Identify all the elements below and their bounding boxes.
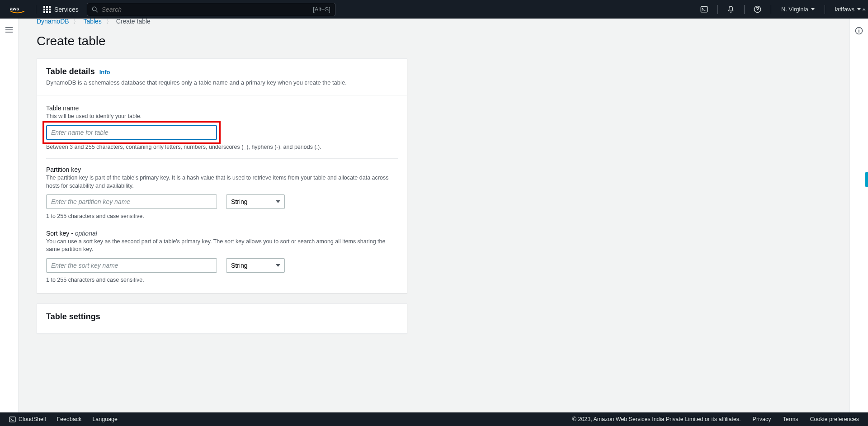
region-selector[interactable]: N. Virginia <box>774 0 822 19</box>
partition-key-constraint: 1 to 255 characters and case sensitive. <box>46 213 398 221</box>
svg-rect-11 <box>9 417 15 421</box>
breadcrumb-current: Create table <box>116 19 151 25</box>
services-menu-button[interactable]: Services <box>39 0 83 19</box>
app-body: DynamoDB 〉 Tables 〉 Create table Create … <box>0 19 868 412</box>
nav-right: N. Virginia latifaws <box>694 0 868 19</box>
scroll-up-indicator <box>861 0 867 19</box>
sort-key-constraint: 1 to 255 characters and case sensitive. <box>46 276 398 284</box>
nav-separator <box>744 5 745 14</box>
terms-link[interactable]: Terms <box>783 416 798 422</box>
partition-key-input[interactable] <box>46 194 217 209</box>
language-selector[interactable]: Language <box>92 416 118 422</box>
breadcrumb: DynamoDB 〉 Tables 〉 Create table <box>37 19 831 34</box>
content-column: Table details Info DynamoDB is a schemal… <box>37 58 407 334</box>
chevron-down-icon <box>857 8 861 10</box>
services-label: Services <box>54 6 79 13</box>
panel-body: Table name This will be used to identify… <box>37 95 407 293</box>
page-title: Create table <box>37 34 831 48</box>
table-name-constraint: Between 3 and 255 characters, containing… <box>46 143 398 151</box>
footer: CloudShell Feedback Language © 2023, Ama… <box>0 412 868 426</box>
tools-panel-toggle[interactable] <box>849 19 868 412</box>
top-nav: aws Services [Alt+S] N. Virginia latifaw… <box>0 0 868 19</box>
aws-logo[interactable]: aws <box>10 5 25 14</box>
svg-point-10 <box>859 28 859 29</box>
info-circle-icon <box>855 27 863 35</box>
sort-key-hint: You can use a sort key as the second par… <box>46 238 398 254</box>
table-details-panel: Table details Info DynamoDB is a schemal… <box>37 58 407 293</box>
svg-rect-3 <box>701 6 708 12</box>
sort-key-type[interactable]: String <box>226 258 285 273</box>
cookie-prefs-link[interactable]: Cookie preferences <box>810 416 859 422</box>
chevron-right-icon: 〉 <box>106 19 112 25</box>
panel-description: DynamoDB is a schemaless database that r… <box>46 79 398 86</box>
divider <box>46 158 398 159</box>
copyright: © 2023, Amazon Web Services India Privat… <box>572 416 741 422</box>
chevron-right-icon: 〉 <box>73 19 79 25</box>
help-button[interactable] <box>747 0 768 19</box>
table-settings-panel: Table settings <box>37 303 407 334</box>
cloudshell-icon-button[interactable] <box>694 0 715 19</box>
panel-title: Table details <box>46 67 95 76</box>
side-nav-toggle[interactable] <box>0 19 19 412</box>
notifications-button[interactable] <box>721 0 741 19</box>
sort-key-label: Sort key - <box>46 230 75 237</box>
sort-key-label-row: Sort key - optional <box>46 230 398 237</box>
partition-key-type[interactable]: String <box>226 194 285 209</box>
breadcrumb-tables[interactable]: Tables <box>83 19 101 25</box>
sort-key-optional: optional <box>75 230 97 237</box>
main-content: DynamoDB 〉 Tables 〉 Create table Create … <box>19 19 849 412</box>
cloudshell-button[interactable]: CloudShell <box>9 416 46 423</box>
partition-key-hint: The partition key is part of the table's… <box>46 174 398 190</box>
panel-header: Table details Info DynamoDB is a schemal… <box>37 59 407 95</box>
grid-icon <box>43 6 51 13</box>
svg-line-2 <box>96 10 98 12</box>
cloudshell-icon <box>9 416 16 423</box>
panel-title: Table settings <box>46 312 100 322</box>
search-icon <box>92 6 98 13</box>
table-name-input[interactable] <box>46 125 217 140</box>
sort-key-input[interactable] <box>46 258 217 273</box>
search-input[interactable] <box>102 6 313 13</box>
svg-text:aws: aws <box>10 5 19 11</box>
sort-key-type-select[interactable]: String <box>226 258 285 273</box>
global-search[interactable]: [Alt+S] <box>87 3 335 16</box>
region-label: N. Virginia <box>781 6 808 13</box>
hamburger-icon <box>5 27 13 33</box>
partition-key-type-select[interactable]: String <box>226 194 285 209</box>
nav-separator <box>717 5 718 14</box>
feedback-tab[interactable] <box>865 172 868 187</box>
table-name-hint: This will be used to identify your table… <box>46 113 398 121</box>
chevron-down-icon <box>811 8 815 10</box>
table-name-label: Table name <box>46 104 398 112</box>
table-name-highlight <box>46 125 217 140</box>
breadcrumb-service[interactable]: DynamoDB <box>37 19 69 25</box>
privacy-link[interactable]: Privacy <box>753 416 771 422</box>
nav-separator <box>771 5 771 14</box>
nav-separator <box>36 5 36 14</box>
info-link[interactable]: Info <box>99 69 110 76</box>
panel-header: Table settings <box>37 304 407 333</box>
partition-key-label: Partition key <box>46 166 398 173</box>
nav-separator <box>825 5 825 14</box>
search-shortcut: [Alt+S] <box>313 6 330 13</box>
account-label: latifaws <box>835 6 854 13</box>
svg-point-1 <box>92 7 96 11</box>
feedback-link[interactable]: Feedback <box>57 416 81 422</box>
cloudshell-label: CloudShell <box>19 416 46 422</box>
